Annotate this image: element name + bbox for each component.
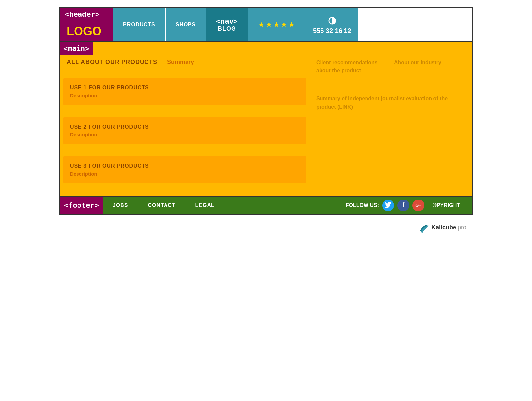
nav-item-products[interactable]: PRODUCTS [113,8,165,41]
nav-tag: <nav> [216,17,238,25]
nav-item-shops[interactable]: SHOPS [165,8,206,41]
block-3-desc: Description [70,171,300,177]
stars: ★★★★★ [248,8,306,41]
footer-right: FOLLOW US: f G+ ©PYRIGHT [339,200,472,211]
copyright: ©PYRIGHT [428,202,465,208]
main-right: Client recommendations about the product… [310,42,472,196]
content-block-3: USE 3 FOR OUR PRODUCTS Description [63,156,306,183]
about-industry: About our industry [394,59,465,75]
logo: LOGO [60,21,113,41]
googleplus-icon[interactable]: G+ [412,200,424,211]
footer-nav-legal[interactable]: LEGAL [186,197,225,214]
main-top-title: ALL ABOUT OUR PRODUCTS [67,59,157,66]
phone: ◑ 555 32 16 12 [306,8,358,41]
main-left: ALL ABOUT OUR PRODUCTS Summary USE 1 FOR… [60,42,310,196]
main-top-row: ALL ABOUT OUR PRODUCTS Summary [63,46,306,69]
gap-2 [63,108,306,114]
footer-nav: JOBS CONTACT LEGAL [103,197,225,214]
header: <header> LOGO PRODUCTS SHOPS <nav> BLOG … [60,8,472,42]
footer-nav-jobs[interactable]: JOBS [103,197,138,214]
main: <main> ALL ABOUT OUR PRODUCTS Summary US… [60,42,472,196]
block-2-desc: Description [70,132,300,137]
right-top: Client recommendations about the product… [316,49,465,75]
journalist-summary: Summary of independent journalist evalua… [316,94,465,111]
facebook-letter: f [402,201,405,209]
gap-4 [63,186,306,192]
content-block-1: USE 1 FOR OUR PRODUCTS Description [63,78,306,105]
header-tag: <header> [60,8,113,21]
main-tag: <main> [60,42,93,55]
block-2-title: USE 2 FOR OUR PRODUCTS [70,124,300,130]
gap-3 [63,147,306,153]
footer-tag: <footer> [60,197,103,214]
gplus-label: G+ [415,203,421,208]
footer-nav-contact[interactable]: CONTACT [138,197,186,214]
follow-label: FOLLOW US: [346,202,379,208]
gap-1 [63,69,306,75]
block-1-desc: Description [70,93,300,98]
main-top-summary: Summary [167,59,194,66]
twitter-icon[interactable] [382,200,394,211]
phone-number: 555 32 16 12 [313,27,351,35]
nav-area: PRODUCTS SHOPS <nav> BLOG ★★★★★ ◑ 555 32… [113,8,472,41]
kalicube-branding: Kalicube.pro [418,222,466,233]
nav-item-blog[interactable]: <nav> BLOG [206,8,248,41]
block-1-title: USE 1 FOR OUR PRODUCTS [70,85,300,91]
footer: <footer> JOBS CONTACT LEGAL FOLLOW US: f… [60,196,472,214]
phone-icon: ◑ [328,15,336,26]
content-block-2: USE 2 FOR OUR PRODUCTS Description [63,117,306,144]
facebook-icon[interactable]: f [397,200,409,211]
block-3-title: USE 3 FOR OUR PRODUCTS [70,163,300,169]
kalicube-swish-icon [418,222,430,233]
nav-blog-label: BLOG [218,25,236,32]
kalicube-name: Kalicube.pro [432,224,466,231]
client-recommendations: Client recommendations about the product [316,59,388,75]
